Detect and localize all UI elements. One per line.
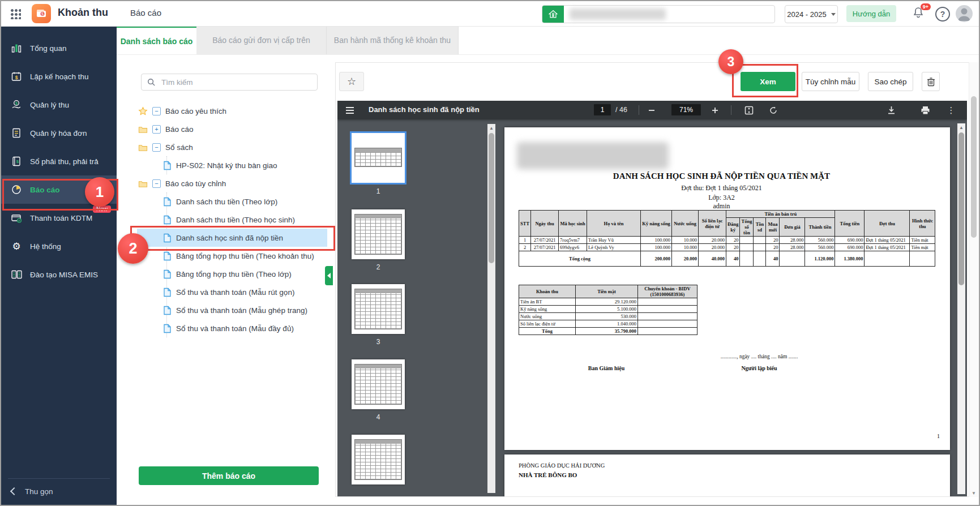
help-icon[interactable]: ? bbox=[935, 7, 950, 22]
tree-item-ds-thu-tien-theo-lop[interactable]: Danh sách thu tiền (Theo lớp) bbox=[137, 192, 327, 211]
scroll-down-arrow-icon[interactable]: ▼ bbox=[969, 489, 978, 497]
tree-item-so-thu-day-du[interactable]: Sổ thu và thanh toán (Mẫu đầy đủ) bbox=[137, 319, 327, 337]
report-search-box[interactable] bbox=[141, 74, 318, 91]
sidebar-item-he-thong[interactable]: ⚙ Hệ thống bbox=[1, 232, 117, 260]
tree-item-ds-hoc-sinh-da-nop-tien[interactable]: Danh sách học sinh đã nộp tiền bbox=[137, 229, 327, 247]
tree-item-bang-th-theo-lop[interactable]: Bảng tổng hợp thu tiền (Theo lớp) bbox=[137, 265, 327, 283]
panel-collapse-toggle[interactable] bbox=[325, 266, 333, 285]
collapse-box-icon[interactable]: − bbox=[152, 179, 161, 188]
tree-item-so-thu-rut-gon[interactable]: Sổ thu và thanh toán (Mẫu rút gọn) bbox=[137, 283, 327, 301]
scroll-up-arrow-icon[interactable]: ▲ bbox=[957, 123, 965, 131]
school-search-box[interactable] bbox=[542, 5, 775, 23]
scrollbar-thumb[interactable] bbox=[958, 132, 964, 285]
scroll-up-arrow-icon[interactable]: ▲ bbox=[487, 124, 495, 132]
app-launcher-icon[interactable] bbox=[10, 8, 21, 19]
sidebar-collapse-button[interactable]: Thu gọn bbox=[1, 481, 117, 501]
tree-item-favorites[interactable]: − Báo cáo yêu thích bbox=[137, 102, 327, 120]
star-outline-icon: ☆ bbox=[347, 75, 356, 88]
thumbnail-preview bbox=[354, 289, 402, 329]
page-number-input[interactable]: 1 bbox=[594, 104, 611, 115]
chevron-left-icon bbox=[10, 487, 18, 495]
pdf-viewer: Danh sách học sinh đã nộp tiền 1 / 46 71… bbox=[337, 101, 967, 496]
thumbnail-page-4[interactable] bbox=[352, 359, 405, 409]
rotate-icon[interactable] bbox=[767, 104, 780, 117]
toolbar-separator bbox=[639, 105, 639, 115]
sidebar-item-thanh-toan-kdtm[interactable]: Thanh toán KDTM New bbox=[1, 204, 117, 232]
date-line: ............, ngày .... tháng .... năm .… bbox=[686, 354, 833, 359]
document-scrollbar[interactable]: ▲ bbox=[957, 123, 965, 494]
zoom-in-icon[interactable] bbox=[708, 104, 722, 117]
top-header: S Khoản thu Báo cáo 2024 - 2025 Hướng dẫ… bbox=[1, 1, 979, 27]
collapse-box-icon[interactable]: − bbox=[152, 143, 161, 152]
print-icon[interactable] bbox=[918, 104, 932, 117]
expand-box-icon[interactable]: + bbox=[152, 125, 161, 134]
tree-item-so-sach[interactable]: − Sổ sách bbox=[137, 138, 327, 156]
customize-template-button[interactable]: Tùy chỉnh mẫu bbox=[802, 72, 859, 91]
document-icon bbox=[163, 288, 172, 297]
gear-icon: ⚙ bbox=[10, 240, 23, 252]
thumbnail-page-5[interactable] bbox=[352, 435, 405, 484]
thumbnail-preview bbox=[354, 148, 402, 167]
tab-bao-cao-gui-don-vi[interactable]: Báo cáo gửi đơn vị cấp trên bbox=[196, 26, 327, 54]
svg-text:$: $ bbox=[16, 159, 19, 164]
favorite-report-button[interactable]: ☆ bbox=[339, 72, 364, 91]
home-icon bbox=[548, 9, 558, 19]
tree-item-so-thu-ghep-trang[interactable]: Sổ thu và thanh toán (Mẫu ghép trang) bbox=[137, 301, 327, 319]
pdf-page-2: PHÒNG GIÁO DỤC HẢI DƯƠNG NHÀ TRẺ BÔNG BO bbox=[504, 454, 950, 496]
search-input[interactable] bbox=[160, 78, 293, 87]
tab-danh-sach-bao-cao[interactable]: Danh sách báo cáo bbox=[117, 26, 196, 54]
fit-page-icon[interactable] bbox=[742, 104, 756, 117]
thumbnail-label: 1 bbox=[352, 187, 405, 195]
sidebar-item-so-phai-thu-phai-tra[interactable]: $ Sổ phải thu, phải trả bbox=[1, 147, 117, 175]
collapse-box-icon[interactable]: − bbox=[152, 107, 161, 115]
zoom-level-input[interactable]: 71% bbox=[671, 104, 701, 115]
thumbnail-scrollbar[interactable]: ▲ bbox=[487, 124, 495, 493]
zoom-out-icon[interactable] bbox=[645, 104, 658, 117]
app-window: S Khoản thu Báo cáo 2024 - 2025 Hướng dẫ… bbox=[0, 0, 980, 506]
thumbnail-page-2[interactable] bbox=[352, 209, 405, 259]
delete-report-button[interactable] bbox=[922, 72, 940, 91]
sidebar-item-lap-ke-hoach-thu[interactable]: $ Lập kế hoạch thu bbox=[1, 62, 117, 91]
tab-ban-hanh-ma-thong-ke[interactable]: Ban hành mã thống kê khoản thu bbox=[327, 26, 459, 54]
report-tree: − Báo cáo yêu thích + Báo cáo − Sổ sách … bbox=[137, 102, 327, 337]
sidebar-item-dao-tao-misa-emis[interactable]: Đào tạo MISA EMIS bbox=[1, 260, 117, 289]
home-button[interactable] bbox=[542, 6, 564, 23]
sidebar-item-quan-ly-thu[interactable]: $ Quản lý thu bbox=[1, 91, 117, 119]
tree-item-ds-thu-tien-theo-hoc-sinh[interactable]: Danh sách thu tiền (Theo học sinh) bbox=[137, 211, 327, 229]
tree-label: Danh sách thu tiền (Theo học sinh) bbox=[176, 216, 295, 224]
thumbnail-page-3[interactable] bbox=[352, 284, 405, 334]
sidebar-item-tong-quan[interactable]: Tổng quan bbox=[1, 34, 117, 62]
window-scrollbar[interactable]: ▼ bbox=[969, 62, 978, 497]
user-avatar[interactable] bbox=[956, 5, 973, 22]
next-page-line2: NHÀ TRẺ BÔNG BO bbox=[519, 471, 577, 478]
help-guide-button[interactable]: Hướng dẫn bbox=[846, 5, 896, 22]
khoan-thu-app-icon[interactable]: S bbox=[32, 4, 51, 23]
sidebar-item-quan-ly-hoa-don[interactable]: Quản lý hóa đơn bbox=[1, 119, 117, 147]
scrollbar-thumb[interactable] bbox=[489, 133, 494, 263]
sidebar-item-bao-cao[interactable]: Báo cáo bbox=[1, 175, 117, 204]
new-badge: New bbox=[93, 205, 111, 213]
more-options-icon[interactable]: ⋮ bbox=[944, 104, 958, 117]
report-class: Lớp: 3A2 bbox=[504, 194, 939, 202]
table-row: 1 27/07/2021 7roq5vm7 Trần Huy Vũ 100.00… bbox=[519, 237, 935, 244]
download-icon[interactable] bbox=[884, 104, 898, 117]
tree-item-bang-th-theo-khoan-thu[interactable]: Bảng tổng hợp thu tiền (Theo khoản thu) bbox=[137, 247, 327, 265]
thumbnail-page-1[interactable] bbox=[352, 133, 405, 183]
tree-item-bao-cao-tuy-chinh[interactable]: − Báo cáo tùy chỉnh bbox=[137, 174, 327, 192]
add-report-button[interactable]: Thêm báo cáo bbox=[139, 466, 319, 485]
calendar-dollar-icon: $ bbox=[10, 70, 23, 83]
svg-text:S: S bbox=[41, 12, 44, 16]
school-year-select[interactable]: 2024 - 2025 bbox=[785, 5, 838, 23]
copy-report-button[interactable]: Sao chép bbox=[868, 72, 913, 91]
notification-button[interactable]: 9+ bbox=[911, 6, 928, 23]
sidebar-label: Sổ phải thu, phải trả bbox=[30, 157, 99, 166]
table-total-row: Tổng cộng 200.000 20.000 40.000 40 40 1.… bbox=[519, 251, 935, 267]
tree-item-hp-s02[interactable]: HP-S02: Nhật ký thu bàn giao bbox=[137, 156, 327, 174]
scrollbar-thumb[interactable] bbox=[971, 96, 977, 238]
star-icon bbox=[138, 106, 148, 116]
header-menu-bao-cao[interactable]: Báo cáo bbox=[130, 8, 161, 18]
view-report-button[interactable]: Xem bbox=[741, 72, 795, 91]
pdf-menu-icon[interactable] bbox=[343, 104, 357, 117]
group-header-tien-an-ban-tru: Tiền ăn bán trú bbox=[726, 211, 835, 218]
tree-item-bao-cao[interactable]: + Báo cáo bbox=[137, 120, 327, 138]
